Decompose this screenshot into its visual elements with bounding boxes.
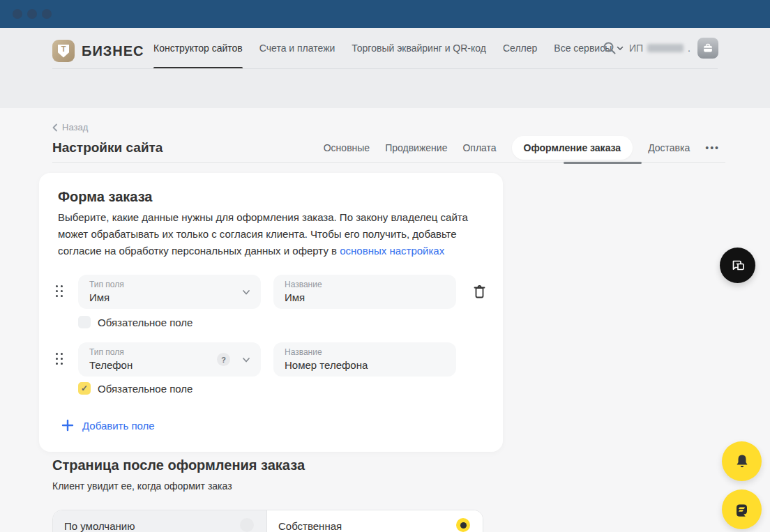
window-control-close[interactable]: [13, 9, 22, 19]
field-type-value: Имя: [89, 291, 110, 303]
field-name-value: Номер телефона: [285, 359, 368, 371]
header-divider: [52, 68, 718, 69]
tabs-more-button[interactable]: •••: [705, 142, 720, 153]
main-nav: Конструктор сайтов Счета и платежи Торго…: [153, 28, 624, 68]
logo-letter: Т: [61, 45, 66, 54]
help-badge[interactable]: ?: [217, 353, 230, 366]
account-name-redacted: [647, 44, 684, 52]
field-type-label: Тип поля: [89, 347, 124, 357]
account-menu[interactable]: ИП .: [629, 38, 718, 59]
field-type-select[interactable]: Тип поля Имя: [78, 275, 261, 309]
after-order-title: Страница после оформления заказа: [52, 457, 305, 473]
branded-chat-bubble-icon: [732, 500, 751, 519]
card-title: Форма заказа: [58, 189, 152, 205]
order-form-card: Форма заказа Выберите, какие данные нужн…: [39, 173, 503, 452]
tab-promotion[interactable]: Продвижение: [385, 142, 447, 153]
field-name-value: Имя: [285, 291, 305, 303]
main-settings-link[interactable]: основных настройках: [340, 245, 444, 257]
option-label: Собственная: [278, 520, 342, 532]
briefcase-avatar-icon[interactable]: [697, 38, 718, 59]
field-name-label: Название: [285, 347, 322, 357]
form-field-row: Тип поля Имя Название Имя: [39, 275, 503, 309]
shield-icon: Т: [58, 45, 69, 58]
field-type-label: Тип поля: [89, 280, 124, 289]
search-icon[interactable]: [601, 40, 618, 56]
field-type-value: Телефон: [89, 359, 133, 371]
after-order-subtitle: Клиент увидит ее, когда оформит заказ: [52, 480, 232, 492]
support-chat-fab[interactable]: [720, 248, 755, 283]
field-type-select[interactable]: Тип поля Телефон ?: [78, 342, 261, 377]
drag-handle-icon[interactable]: [56, 285, 63, 298]
tab-general[interactable]: Основные: [324, 142, 370, 153]
window-control-minimize[interactable]: [27, 9, 37, 19]
nav-item-bills-payments[interactable]: Счета и платежи: [259, 28, 335, 68]
tab-checkout[interactable]: Оформление заказа: [512, 136, 633, 160]
option-label: По умолчанию: [64, 520, 135, 532]
form-field-row: Тип поля Телефон ? Название Номер телефо…: [39, 342, 503, 377]
delete-field-button[interactable]: [470, 282, 488, 301]
nav-label: Счета и платежи: [259, 43, 335, 54]
checkbox-label: Обязательное поле: [98, 383, 192, 395]
nav-label: Торговый эквайринг и QR-код: [352, 43, 486, 54]
checkbox-unchecked-icon[interactable]: [78, 316, 91, 328]
trash-icon: [473, 284, 486, 299]
field-name-input[interactable]: Название Имя: [273, 275, 456, 309]
back-link[interactable]: Назад: [52, 122, 88, 132]
chevron-down-icon: [241, 355, 251, 367]
radio-selected-icon[interactable]: [456, 518, 470, 532]
account-prefix: ИП: [629, 43, 643, 54]
nav-label: Селлер: [503, 43, 537, 54]
nav-item-seller[interactable]: Селлер: [503, 28, 537, 68]
option-custom[interactable]: Собственная: [267, 510, 483, 532]
page-title: Настройки сайта: [52, 140, 163, 155]
app-window: Т БИЗНЕС Конструктор сайтов Счета и плат…: [0, 0, 770, 532]
nav-item-site-builder[interactable]: Конструктор сайтов: [153, 28, 243, 68]
field-name-label: Название: [285, 280, 322, 289]
nav-item-acquiring-qr[interactable]: Торговый эквайринг и QR-код: [352, 28, 486, 68]
chevron-down-icon: [241, 287, 251, 300]
tab-delivery[interactable]: Доставка: [648, 142, 690, 153]
add-field-label: Добавить поле: [82, 420, 155, 432]
header: Т БИЗНЕС Конструктор сайтов Счета и плат…: [0, 28, 770, 108]
after-order-page-options: По умолчанию Собственная: [52, 510, 483, 532]
messenger-fab[interactable]: [722, 489, 762, 529]
checkbox-checked-icon[interactable]: ✓: [78, 382, 91, 395]
active-tab-indicator: [564, 162, 642, 164]
add-field-button[interactable]: Добавить поле: [61, 419, 155, 432]
checkbox-label: Обязательное поле: [98, 317, 192, 328]
radio-unselected-icon[interactable]: [240, 518, 254, 532]
header-right: ИП .: [601, 28, 718, 68]
account-suffix: .: [688, 43, 690, 54]
tab-payment[interactable]: Оплата: [462, 142, 496, 153]
os-titlebar: [0, 0, 770, 28]
option-default[interactable]: По умолчанию: [53, 510, 267, 532]
required-checkbox-row[interactable]: Обязательное поле: [78, 315, 192, 329]
chat-bubbles-icon: [730, 257, 746, 274]
back-label: Назад: [62, 122, 88, 132]
notifications-fab[interactable]: [722, 441, 762, 481]
card-description: Выберите, какие данные нужны для оформле…: [58, 209, 482, 259]
brand-name: БИЗНЕС: [82, 43, 144, 59]
main-content: Назад Настройки сайта Основные Продвижен…: [0, 108, 770, 532]
window-control-maximize[interactable]: [42, 9, 52, 19]
settings-tabs: Основные Продвижение Оплата Оформление з…: [324, 134, 720, 162]
plus-icon: [61, 419, 74, 432]
brand-logo-icon[interactable]: Т: [52, 40, 75, 62]
required-checkbox-row[interactable]: ✓ Обязательное поле: [78, 381, 192, 395]
drag-handle-icon[interactable]: [56, 353, 63, 365]
field-name-input[interactable]: Название Номер телефона: [273, 342, 456, 377]
bell-icon: [733, 453, 751, 471]
nav-label: Конструктор сайтов: [153, 43, 243, 54]
chevron-left-icon: [52, 123, 58, 132]
